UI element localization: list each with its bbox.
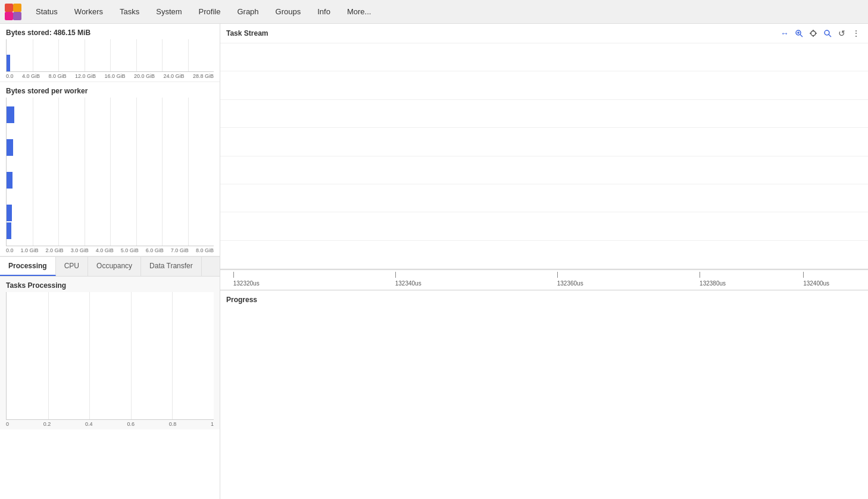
bytes-per-worker-chart-area: 0.0 1.0 GiB 2.0 GiB 3.0 GiB 4.0 GiB 5.0 … xyxy=(6,98,214,253)
bytes-stored-section: Bytes stored: 486.15 MiB 0.0 xyxy=(0,24,220,82)
worker-bar-2 xyxy=(7,139,13,156)
task-stream-row-7 xyxy=(220,212,868,240)
nav-item-more[interactable]: More... xyxy=(339,0,379,24)
timeline-axis: 132320us 132340us 132360us 132380us 1324… xyxy=(220,269,868,290)
timeline-tick-2: 132340us xyxy=(395,272,421,287)
toolbar-more-icon[interactable]: ⋮ xyxy=(850,27,862,39)
tab-cpu[interactable]: CPU xyxy=(56,257,88,276)
bytes-per-worker-section: Bytes stored per worker xyxy=(0,82,220,256)
task-stream-row-2 xyxy=(220,71,868,99)
svg-rect-2 xyxy=(5,12,13,20)
nav-item-workers[interactable]: Workers xyxy=(66,0,111,24)
tab-data-transfer[interactable]: Data Transfer xyxy=(141,257,202,276)
tabs-bar: Processing CPU Occupancy Data Transfer xyxy=(0,257,220,277)
task-stream-title: Task Stream xyxy=(226,29,268,37)
left-panel: Bytes stored: 486.15 MiB 0.0 xyxy=(0,24,220,499)
timeline-tick-3: 132360us xyxy=(557,272,583,287)
progress-section: Progress xyxy=(220,290,868,499)
bytes-stored-grid xyxy=(7,39,214,71)
nav-item-profile[interactable]: Profile xyxy=(191,0,229,24)
bytes-per-worker-title: Bytes stored per worker xyxy=(6,87,214,95)
toolbar-zoom-in-icon[interactable] xyxy=(793,27,805,39)
svg-point-13 xyxy=(825,30,829,35)
tasks-proc-grid xyxy=(7,292,214,419)
worker-bar-3 xyxy=(7,172,13,189)
bytes-stored-x-axis: 0.0 4.0 GiB 8.0 GiB 12.0 GiB 16.0 GiB 20… xyxy=(6,73,214,79)
timeline-ticks: 132320us 132340us 132360us 132380us 1324… xyxy=(220,269,868,290)
worker-bar-5 xyxy=(7,222,11,239)
nav-item-tasks[interactable]: Tasks xyxy=(111,0,148,24)
svg-rect-3 xyxy=(13,12,21,20)
toolbar-refresh-icon[interactable]: ↺ xyxy=(836,27,848,39)
bytes-stored-chart-area: 0.0 4.0 GiB 8.0 GiB 12.0 GiB 16.0 GiB 20… xyxy=(6,39,214,79)
tab-processing[interactable]: Processing xyxy=(0,257,56,276)
worker-bar-1 xyxy=(7,106,14,123)
progress-plot xyxy=(226,306,862,493)
main-container: Bytes stored: 486.15 MiB 0.0 xyxy=(0,24,868,499)
svg-rect-1 xyxy=(13,4,21,12)
progress-title: Progress xyxy=(226,296,862,304)
bytes-stored-title: Bytes stored: 486.15 MiB xyxy=(6,29,214,37)
app-logo xyxy=(5,4,21,20)
tasks-proc-x-axis: 0 0.2 0.4 0.6 0.8 1 xyxy=(6,421,214,427)
svg-line-14 xyxy=(829,34,831,37)
task-stream-row-6 xyxy=(220,184,868,212)
tab-occupancy[interactable]: Occupancy xyxy=(88,257,141,276)
timeline-tick-4: 132380us xyxy=(700,272,726,287)
top-navigation: Status Workers Tasks System Profile Grap… xyxy=(0,0,868,24)
timeline-tick-1: 132320us xyxy=(233,272,260,287)
tasks-processing-chart xyxy=(6,292,214,420)
toolbar-zoom-area-icon[interactable] xyxy=(822,27,833,39)
worker-bar-4 xyxy=(7,205,12,221)
nav-item-system[interactable]: System xyxy=(148,0,190,24)
task-stream-header: Task Stream ↔ xyxy=(220,24,868,43)
task-stream-row-8 xyxy=(220,241,868,269)
task-stream-row-5 xyxy=(220,156,868,184)
tab-processing-content: Tasks Processing 0 0.2 0.4 0.6 0.8 1 xyxy=(0,277,220,429)
task-stream-row-3 xyxy=(220,100,868,128)
bytes-worker-grid xyxy=(7,98,214,246)
svg-rect-0 xyxy=(5,4,13,12)
timeline-tick-5: 132400us xyxy=(803,272,829,287)
task-stream-rows xyxy=(220,43,868,269)
bytes-stored-chart xyxy=(6,39,214,72)
bottom-tabs-section: Processing CPU Occupancy Data Transfer T… xyxy=(0,256,220,429)
task-stream-toolbar: ↔ xyxy=(779,27,862,39)
task-stream-plot xyxy=(220,43,868,269)
task-stream-row-4 xyxy=(220,128,868,156)
toolbar-pan-icon[interactable] xyxy=(807,27,819,39)
nav-item-info[interactable]: Info xyxy=(309,0,339,24)
svg-point-8 xyxy=(811,31,816,36)
task-stream-row-1 xyxy=(220,43,868,71)
bytes-worker-x-axis: 0.0 1.0 GiB 2.0 GiB 3.0 GiB 4.0 GiB 5.0 … xyxy=(6,247,214,253)
bytes-stored-bar xyxy=(7,55,10,71)
svg-line-5 xyxy=(800,34,803,37)
nav-item-status[interactable]: Status xyxy=(27,0,66,24)
right-panel: Task Stream ↔ xyxy=(220,24,868,499)
nav-item-groups[interactable]: Groups xyxy=(267,0,310,24)
nav-item-graph[interactable]: Graph xyxy=(229,0,267,24)
bytes-per-worker-chart xyxy=(6,98,214,246)
tasks-processing-title: Tasks Processing xyxy=(6,281,214,290)
toolbar-reset-icon[interactable]: ↔ xyxy=(779,27,791,39)
